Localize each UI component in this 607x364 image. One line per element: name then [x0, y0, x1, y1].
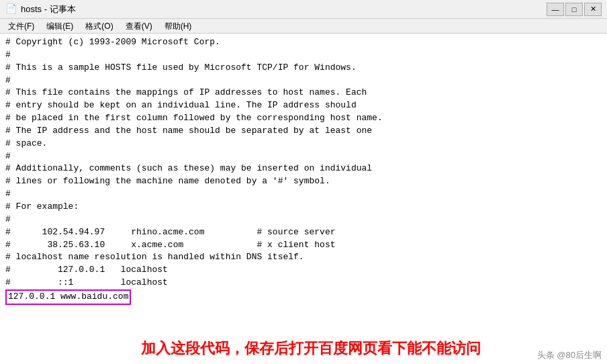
editor-area[interactable]: # Copyright (c) 1993-2009 Microsoft Corp…: [0, 34, 607, 364]
menu-edit[interactable]: 编辑(E): [41, 20, 79, 32]
highlighted-entry: 127.0.0.1 www.baidu.com: [5, 289, 131, 305]
menu-bar: 文件(F) 编辑(E) 格式(O) 查看(V) 帮助(H): [0, 19, 607, 34]
annotation-text: 加入这段代码，保存后打开百度网页看下能不能访问: [141, 338, 481, 359]
menu-file[interactable]: 文件(F): [3, 20, 40, 32]
annotation-overlay: 加入这段代码，保存后打开百度网页看下能不能访问: [141, 338, 607, 359]
app-icon: 📄: [5, 3, 17, 15]
menu-view[interactable]: 查看(V): [120, 20, 158, 32]
watermark: 头条 @80后生啊: [537, 349, 602, 361]
menu-help[interactable]: 帮助(H): [159, 20, 197, 32]
maximize-button[interactable]: □: [565, 3, 583, 16]
editor-content: # Copyright (c) 1993-2009 Microsoft Corp…: [5, 36, 602, 305]
close-button[interactable]: ✕: [584, 3, 602, 16]
window-title: hosts - 记事本: [21, 3, 543, 15]
title-bar: 📄 hosts - 记事本 — □ ✕: [0, 0, 607, 19]
minimize-button[interactable]: —: [547, 3, 564, 16]
window-controls: — □ ✕: [547, 3, 602, 16]
menu-format[interactable]: 格式(O): [80, 20, 118, 32]
